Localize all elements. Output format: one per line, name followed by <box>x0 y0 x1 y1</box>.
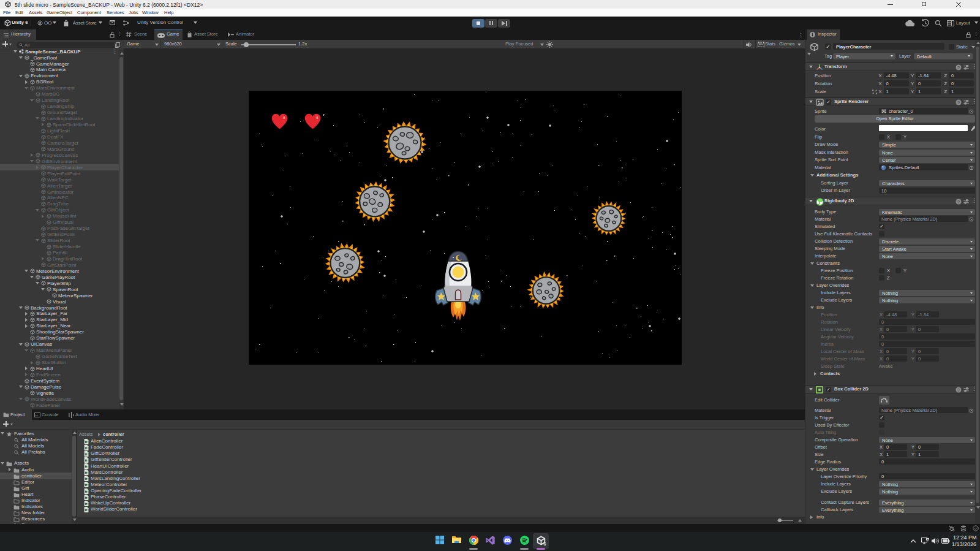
svg-text:?: ? <box>957 200 960 205</box>
svg-text:?: ? <box>957 66 960 70</box>
svg-text:?: ? <box>957 388 960 393</box>
svg-text:?: ? <box>957 101 960 105</box>
svg-text:6: 6 <box>543 541 546 546</box>
